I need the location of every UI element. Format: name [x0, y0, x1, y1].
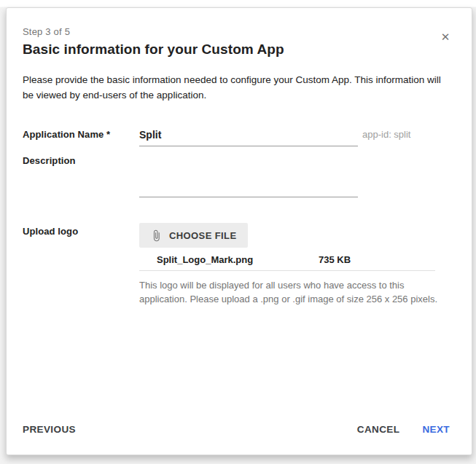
page-title: Basic information for your Custom App: [23, 42, 450, 58]
page-background: ✕ Step 3 of 5 Basic information for your…: [0, 0, 476, 464]
close-icon[interactable]: ✕: [438, 30, 453, 44]
application-name-label: Application Name *: [23, 126, 139, 146]
app-id-hint: app-id: split: [358, 126, 450, 146]
uploaded-file-row: Split_Logo_Mark.png 735 KB: [139, 251, 435, 271]
description-label: Description: [23, 152, 139, 197]
uploaded-file-name: Split_Logo_Mark.png: [157, 254, 319, 265]
application-name-row: Application Name * app-id: split: [23, 126, 450, 146]
cancel-button[interactable]: CANCEL: [357, 421, 400, 438]
dialog-footer: PREVIOUS CANCEL NEXT: [7, 421, 472, 455]
custom-app-dialog: ✕ Step 3 of 5 Basic information for your…: [6, 7, 472, 455]
description-input[interactable]: [139, 152, 358, 197]
step-indicator: Step 3 of 5: [23, 26, 450, 37]
upload-helper-text: This logo will be displayed for all user…: [139, 278, 453, 306]
description-row: Description: [23, 152, 450, 197]
paperclip-icon: [150, 229, 163, 242]
choose-file-button[interactable]: CHOOSE FILE: [139, 223, 248, 248]
choose-file-label: CHOOSE FILE: [169, 230, 237, 241]
previous-button[interactable]: PREVIOUS: [23, 421, 76, 438]
uploaded-file-size: 735 KB: [319, 254, 351, 265]
custom-app-form: Application Name * app-id: split Descrip…: [23, 126, 450, 306]
upload-logo-row: Upload logo CHOOSE FILE Split_Logo_Mark.…: [23, 223, 450, 306]
dialog-description: Please provide the basic information nee…: [23, 72, 447, 103]
upload-logo-content: CHOOSE FILE Split_Logo_Mark.png 735 KB T…: [139, 223, 453, 306]
dialog-content: Step 3 of 5 Basic information for your C…: [7, 8, 472, 306]
upload-logo-label: Upload logo: [23, 223, 139, 306]
next-button[interactable]: NEXT: [422, 421, 450, 438]
application-name-input[interactable]: [139, 126, 358, 146]
